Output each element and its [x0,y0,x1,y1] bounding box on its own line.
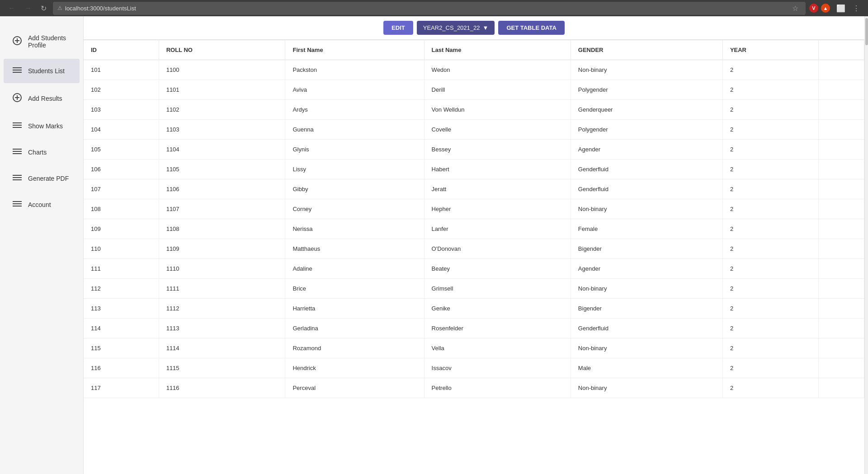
reload-button[interactable]: ↻ [38,3,49,14]
browser-cast-button[interactable]: ⬜ [834,3,848,14]
table-cell: Perceval [285,378,424,398]
table-cell: Von Welldun [424,100,571,120]
table-cell: Genderqueer [571,100,722,120]
table-row: 1061105LissyHabertGenderfluid2 [84,160,864,179]
sidebar-item-students-list[interactable]: Students List [4,59,80,83]
sidebar-item-add-students[interactable]: Add Students Profile [4,26,80,57]
table-cell: Hepher [424,199,571,219]
sidebar-item-charts[interactable]: Charts [4,140,80,164]
table-cell: Lanfer [424,219,571,239]
students-list-icon [13,67,22,75]
edit-button[interactable]: EDIT [383,21,413,35]
generate-pdf-icon [13,174,22,183]
table-cell: Brice [285,279,424,299]
show-marks-icon [13,122,22,130]
table-cell: Bessey [424,140,571,160]
table-cell: Glynis [285,140,424,160]
table-cell: 2 [722,100,818,120]
back-button[interactable]: ← [5,3,18,13]
table-cell: 1115 [159,358,285,378]
table-cell: O'Donovan [424,239,571,259]
address-bar-input[interactable] [65,5,787,12]
col-header-id: ID [84,40,159,60]
table-cell: Female [571,219,722,239]
table-cell: Hendrick [285,358,424,378]
table-cell: Aviva [285,80,424,100]
table-cell: 2 [722,219,818,239]
table-cell-extra [818,319,864,338]
table-cell: Genderfluid [571,179,722,199]
table-cell: 2 [722,179,818,199]
table-cell: Vella [424,338,571,358]
bookmark-button[interactable]: ☆ [789,3,801,14]
table-cell: 116 [84,358,159,378]
table-cell: Gibby [285,179,424,199]
table-cell: Non-binary [571,60,722,80]
forward-button[interactable]: → [22,3,34,13]
table-cell: 2 [722,299,818,319]
add-students-icon [13,36,22,47]
table-cell: 1105 [159,160,285,179]
scrollbar[interactable] [864,16,868,474]
table-cell-extra [818,179,864,199]
col-header-last-name: Last Name [424,40,571,60]
table-row: 1031102ArdysVon WelldunGenderqueer2 [84,100,864,120]
sidebar-item-account[interactable]: Account [4,192,80,217]
browser-more-button[interactable]: ⋮ [850,3,863,14]
table-cell: Lissy [285,160,424,179]
table-cell: Polygender [571,120,722,140]
table-cell: 1101 [159,80,285,100]
sidebar-item-show-marks[interactable]: Show Marks [4,114,80,138]
col-header-roll-no: ROLL NO [159,40,285,60]
table-cell: 2 [722,120,818,140]
table-cell: Genderfluid [571,160,722,179]
table-cell: Harrietta [285,299,424,319]
table-row: 1011100PackstonWedonNon-binary2 [84,60,864,80]
sidebar-item-generate-pdf[interactable]: Generate PDF [4,166,80,191]
table-cell: Agender [571,140,722,160]
table-cell: Genike [424,299,571,319]
table-cell: 1102 [159,100,285,120]
table-cell-extra [818,60,864,80]
table-cell: 108 [84,199,159,219]
sidebar-item-add-results[interactable]: Add Results [4,85,80,112]
table-cell: 103 [84,100,159,120]
table-container[interactable]: ID ROLL NO First Name Last Name GENDER Y… [84,40,864,474]
table-row: 1101109MatthaeusO'DonovanBigender2 [84,239,864,259]
table-cell: Non-binary [571,279,722,299]
table-row: 1151114RozamondVellaNon-binary2 [84,338,864,358]
sidebar-label-account: Account [28,201,51,208]
table-row: 1071106GibbyJerattGenderfluid2 [84,179,864,199]
table-cell: 1104 [159,140,285,160]
table-row: 1131112HarriettaGenikeBigender2 [84,299,864,319]
table-cell: Derill [424,80,571,100]
table-cell: 2 [722,140,818,160]
table-cell-extra [818,140,864,160]
table-row: 1161115HendrickIssacovMale2 [84,358,864,378]
table-cell: 109 [84,219,159,239]
table-cell: 2 [722,279,818,299]
sidebar-label-show-marks: Show Marks [28,122,63,130]
table-row: 1051104GlynisBesseyAgender2 [84,140,864,160]
table-cell: Non-binary [571,338,722,358]
table-cell: 115 [84,338,159,358]
table-header-row: ID ROLL NO First Name Last Name GENDER Y… [84,40,864,60]
extension-icon-1: V [809,4,818,13]
year-dropdown[interactable]: YEAR2_CS_2021_22 ▼ [417,21,495,35]
col-header-gender: GENDER [571,40,722,60]
scrollbar-thumb[interactable] [865,18,868,45]
table-cell: Wedon [424,60,571,80]
table-cell: Bigender [571,299,722,319]
address-bar-container: ⚠ ☆ [53,2,806,15]
table-cell: Agender [571,259,722,279]
table-row: 1141113GerladinaRosenfelderGenderfluid2 [84,319,864,338]
add-results-icon [13,93,22,104]
get-table-button[interactable]: GET TABLE DATA [498,21,565,35]
table-cell: Guenna [285,120,424,140]
table-cell: Corney [285,199,424,219]
extension-icon-2: ▲ [821,4,830,13]
table-cell: 2 [722,259,818,279]
table-row: 1121111BriceGrimsellNon-binary2 [84,279,864,299]
table-cell: 2 [722,60,818,80]
table-cell: 112 [84,279,159,299]
